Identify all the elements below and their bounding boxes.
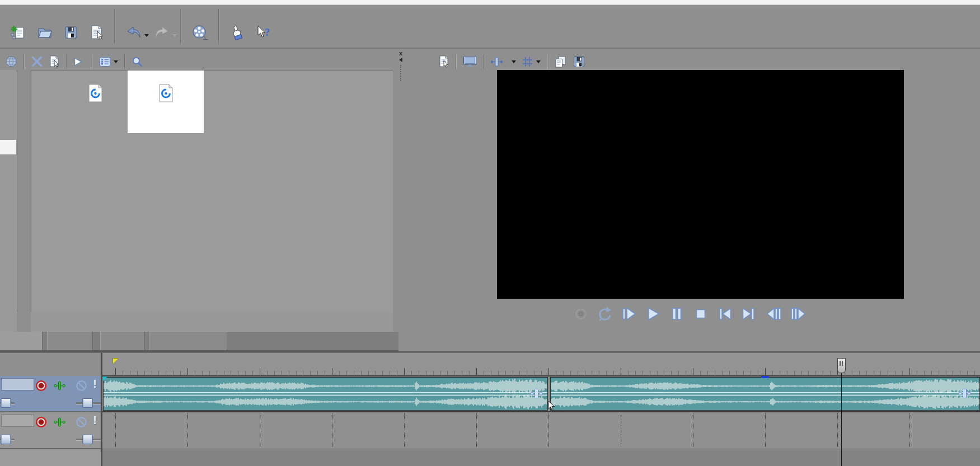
globe-icon [5,55,17,68]
pan-slider-knob[interactable] [82,398,93,408]
drag-handle[interactable] [400,65,402,81]
toolbar-separator [66,54,67,69]
toolbar-separator [180,9,181,44]
auto-preview-arrow-icon [73,57,83,67]
new-project-button[interactable] [4,20,31,48]
gain-fade-handle[interactable] [958,388,971,401]
solo-button[interactable]: ! [93,377,97,390]
open-button[interactable] [31,20,58,48]
file-item[interactable] [128,70,204,133]
overlays-button[interactable] [519,55,543,69]
grid-line [476,413,477,447]
ruler-tick [765,368,766,375]
external-monitor-button[interactable] [460,54,480,69]
split-screen-view-button[interactable] [487,55,506,68]
toolbar-separator [547,54,548,69]
save-snapshot-button[interactable] [570,54,588,69]
timeline-ruler[interactable] [102,353,980,376]
mute-button[interactable] [75,416,88,431]
redo-dropdown-caret[interactable] [172,34,177,37]
record-arm-button[interactable] [35,379,48,394]
solo-button[interactable]: ! [93,413,97,427]
audio-track-lane-2[interactable] [102,412,980,449]
volume-slider-knob[interactable] [1,435,11,444]
record-button[interactable] [573,306,589,322]
volume-slider-knob[interactable] [1,398,11,408]
track-name-box[interactable] [1,378,34,390]
ruler-tick [476,368,477,375]
pause-button[interactable] [668,305,685,322]
views-dropdown-caret[interactable] [114,60,118,63]
audio-track-lane-1[interactable] [102,376,980,412]
undo-dropdown-caret[interactable] [144,34,149,37]
tab-transitions[interactable] [47,332,93,350]
undo-button[interactable] [120,20,148,48]
properties-button[interactable] [84,20,110,48]
whats-this-button[interactable]: ? [251,20,278,48]
delete-button[interactable] [28,55,46,68]
views-icon [99,56,111,68]
close-icon[interactable]: x [399,50,402,56]
views-button[interactable] [96,55,121,69]
project-video-properties-button[interactable] [435,54,452,69]
redo-button[interactable] [148,20,176,48]
track-name-box[interactable] [1,415,34,427]
copy-snapshot-button[interactable] [551,54,570,69]
save-button[interactable] [58,20,84,48]
tab-video-fx[interactable] [100,332,145,350]
stop-button[interactable] [692,305,709,322]
ruler-tick [115,368,116,375]
previous-frame-button[interactable] [765,305,782,322]
toolbar-separator [124,54,125,69]
folder-tree[interactable] [0,70,17,332]
undock-icon[interactable] [399,58,402,62]
mute-button[interactable] [75,379,88,394]
make-movie-button[interactable] [186,20,214,48]
address-button[interactable] [2,54,20,69]
audio-track-header-1[interactable]: ! [0,376,101,412]
go-to-end-button[interactable] [740,305,757,322]
make-movie-icon [191,22,208,43]
playhead-handle[interactable] [837,358,846,373]
vegas-editor-window: ? x ! ! [0,0,980,466]
track-fx-icon[interactable] [53,379,66,394]
go-to-start-button[interactable] [716,305,733,322]
toolbar-separator [218,9,219,44]
blue-marker[interactable] [761,376,769,378]
audio-file-icon [128,84,204,105]
file-item[interactable] [63,70,128,133]
loop-playback-button[interactable] [596,305,613,322]
audio-track-header-2[interactable]: ! [0,412,101,449]
toolbar-separator [483,54,484,69]
playhead-line [841,358,842,466]
add-to-favorites-button[interactable] [46,54,63,69]
audio-event[interactable] [103,377,548,411]
grid-line [548,413,549,447]
tab-explorer[interactable] [0,332,43,350]
play-button[interactable] [644,305,661,322]
tree-selected-row[interactable] [0,140,16,154]
file-list-area[interactable] [31,70,393,313]
track-fx-icon[interactable] [53,416,66,431]
explorer-status-bar [31,312,393,332]
ruler-tick [260,368,260,375]
tree-divider[interactable] [17,70,17,312]
next-frame-button[interactable] [790,305,808,322]
delete-x-icon [31,56,43,67]
record-arm-button[interactable] [35,416,48,431]
pan-slider-knob[interactable] [82,435,93,444]
grid-line [837,413,838,447]
audio-event[interactable] [550,377,980,411]
preview-quality-dropdown-caret[interactable] [512,60,516,63]
main-toolbar: ? [0,5,980,49]
show-me-how-button[interactable] [224,20,251,48]
play-from-start-button[interactable] [620,305,637,322]
new-project-icon [10,22,26,43]
tab-media-generators[interactable] [149,332,227,350]
toolbar-separator [24,54,25,69]
overlays-dropdown-caret[interactable] [536,60,541,63]
preview-quality-button[interactable] [506,59,519,64]
search-button[interactable] [129,55,146,69]
auto-preview-button[interactable] [71,55,88,68]
gain-fade-handle[interactable] [530,388,543,401]
